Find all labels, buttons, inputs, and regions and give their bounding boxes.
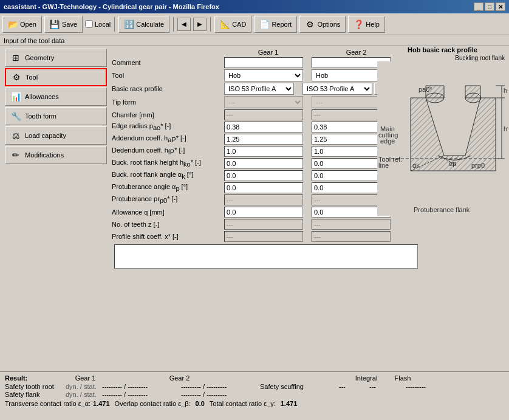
tip-form-label: Tip form: [112, 98, 224, 106]
result-gear1-header: Gear 1: [38, 374, 132, 382]
safety-tooth-root-g1: --------- / ---------: [102, 383, 181, 390]
calculate-icon: 🔢: [124, 19, 134, 29]
allowance-g1-input[interactable]: [224, 207, 303, 218]
result-flank-row: Safety flank dyn. / stat. --------- / --…: [5, 391, 504, 398]
sidebar-item-modifications[interactable]: ✏ Modifications: [5, 146, 107, 164]
allowance-label: Allowance q [mm]: [112, 208, 224, 216]
report-button[interactable]: 📄 Report: [254, 16, 297, 33]
local-checkbox[interactable]: [85, 20, 93, 28]
basic-rack-g1-container: ISO 53 Profile A: [224, 83, 294, 95]
help-button[interactable]: ❓ Help: [348, 16, 385, 33]
teeth-label: No. of teeth z [-]: [112, 221, 224, 228]
basic-rack-label: Basic rack profile: [112, 85, 224, 92]
toolbar: 📂 Open 💾 Save Local 🔢 Calculate ◀ ▶ 📐 CA…: [0, 13, 509, 35]
chart-area: Hob basic rack profile Buckling root fla…: [377, 46, 508, 222]
protuberance-angle-label: Protuberance angle αp [°]: [112, 183, 224, 192]
result-title: Result:: [5, 374, 38, 382]
svg-text:αk: αk: [412, 162, 420, 169]
profile-shift-g2-input: [312, 231, 391, 242]
result-integral-header: Integral: [348, 374, 384, 382]
local-checkbox-container: Local: [85, 20, 111, 28]
report-icon: 📄: [259, 19, 269, 29]
maximize-button[interactable]: □: [485, 2, 494, 11]
safety-scuffing-integral: ---: [369, 383, 406, 390]
tip-form-g1-container: ---: [224, 96, 303, 108]
svg-text:edge: edge: [380, 137, 395, 145]
profile-shift-label: Profile shift coeff. x* [-]: [112, 233, 224, 240]
safety-flank-label: Safety flank: [5, 391, 66, 398]
title-bar: eassistant - GWJ-Technology - Cylindrica…: [0, 0, 509, 13]
separator-3: [210, 17, 211, 32]
svg-text:αp: αp: [449, 160, 456, 167]
protuberance-pr-label: Protuberance prp0* [-]: [112, 195, 224, 204]
basic-rack-g2-container: ISO 53 Profile A ⊞: [302, 83, 385, 95]
svg-text:line: line: [378, 162, 389, 169]
overlap-label: Overlap contact ratio ε_β:: [115, 400, 191, 407]
addendum-g1-input[interactable]: [224, 134, 303, 145]
calculate-button[interactable]: 🔢 Calculate: [118, 16, 169, 33]
transverse-label: Transverse contact ratio ε_α:: [5, 400, 91, 407]
buck-height-label: Buck. root flank height hko* [-]: [112, 159, 224, 168]
basic-rack-g1-select[interactable]: ISO 53 Profile A: [224, 83, 294, 95]
safety-flank-g1: --------- / ---------: [102, 391, 181, 398]
profile-shift-g1-input: [224, 231, 303, 242]
minimize-button[interactable]: _: [474, 2, 483, 11]
allowances-icon: 📊: [10, 91, 21, 102]
open-button[interactable]: 📂 Open: [2, 16, 42, 33]
right-panel: Gear 1 Gear 2 Comment Tool Hob Hob: [109, 46, 509, 371]
edge-radius-g1-input[interactable]: [224, 122, 303, 133]
result-gear2-header: Gear 2: [132, 374, 227, 382]
safety-flank-g2: --------- / ---------: [181, 391, 260, 398]
basic-rack-g2-select[interactable]: ISO 53 Profile A: [302, 83, 372, 95]
protuberance-angle-g1-input[interactable]: [224, 182, 303, 193]
dedendum-g1-input[interactable]: [224, 146, 303, 157]
cad-button[interactable]: 📐 CAD: [214, 16, 251, 33]
addendum-label: Addendum coeff. haP* [-]: [112, 134, 224, 143]
dedendum-label: Dedendum coeff. hfP* [-]: [112, 146, 224, 156]
svg-text:Protuberance flank: Protuberance flank: [414, 206, 470, 213]
total-val: 1.471: [281, 400, 298, 407]
main-content: ⊞ Geometry ⚙ Tool 📊 Allowances 🔧 Tooth f…: [0, 46, 509, 371]
buck-height-g1-input[interactable]: [224, 158, 303, 169]
buck-angle-label: Buck. root flank angle αk [°]: [112, 171, 224, 180]
tooth-form-icon: 🔧: [10, 111, 21, 122]
svg-text:prp0: prp0: [471, 162, 485, 169]
window-title: eassistant - GWJ-Technology - Cylindrica…: [4, 3, 219, 10]
tool-label: Tool: [112, 72, 224, 79]
sidebar: ⊞ Geometry ⚙ Tool 📊 Allowances 🔧 Tooth f…: [0, 46, 109, 371]
cad-icon: 📐: [220, 19, 230, 29]
tool-icon: ⚙: [11, 72, 22, 83]
safety-flank-dynstat: dyn. / stat.: [66, 391, 102, 398]
back-button[interactable]: ◀: [177, 18, 191, 31]
hob-chart: h*fP h*aP αk αp prp0 pa0*: [377, 61, 508, 216]
tool-g1-select[interactable]: Hob: [224, 69, 303, 81]
svg-point-7: [465, 93, 481, 103]
save-icon: 💾: [50, 19, 60, 29]
save-button[interactable]: 💾 Save: [44, 16, 83, 33]
separator-1: [114, 17, 115, 32]
buck-angle-g1-input[interactable]: [224, 170, 303, 181]
edge-radius-label: Edge radius pao* [-]: [112, 122, 224, 131]
chart-title: Hob basic rack profile: [377, 46, 508, 53]
sidebar-item-geometry[interactable]: ⊞ Geometry: [5, 49, 107, 67]
window-controls[interactable]: _ □ ✕: [474, 2, 505, 11]
svg-text:pa0*: pa0*: [418, 86, 432, 93]
sidebar-item-allowances[interactable]: 📊 Allowances: [5, 88, 107, 106]
forward-button[interactable]: ▶: [193, 18, 207, 31]
svg-text:h*fP: h*fP: [504, 125, 508, 133]
overlap-val: 0.0: [196, 400, 205, 407]
section-header: Input of the tool data: [0, 35, 509, 46]
sidebar-item-load-capacity[interactable]: ⚖ Load capacity: [5, 126, 107, 145]
separator-2: [173, 17, 174, 32]
gear1-header: Gear 1: [224, 49, 312, 56]
load-capacity-icon: ⚖: [10, 130, 21, 141]
sidebar-item-tooth-form[interactable]: 🔧 Tooth form: [5, 107, 107, 125]
sidebar-item-tool[interactable]: ⚙ Tool: [5, 68, 107, 86]
info-box: [114, 244, 418, 269]
options-button[interactable]: ⚙ Options: [299, 16, 346, 33]
tip-form-g1-select[interactable]: ---: [224, 96, 303, 108]
row-profile-shift: Profile shift coeff. x* [-]: [112, 231, 507, 242]
comment-g1-input[interactable]: [224, 57, 303, 68]
close-button[interactable]: ✕: [496, 2, 505, 11]
contact-ratio-row: Transverse contact ratio ε_α: 1.471 Over…: [5, 400, 504, 407]
